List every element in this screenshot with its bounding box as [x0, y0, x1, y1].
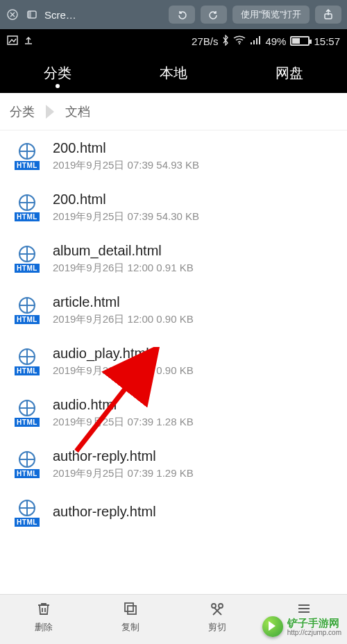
svg-rect-9	[259, 36, 260, 44]
watermark-text: 铲子手游网	[287, 617, 339, 629]
site-watermark: 铲子手游网 http://czjump.com	[262, 616, 341, 637]
battery-percent: 49%	[265, 35, 286, 47]
file-name: audio.html	[53, 397, 333, 413]
battery-icon	[290, 36, 310, 46]
html-file-icon: HTML	[14, 451, 40, 478]
svg-point-5	[239, 43, 240, 44]
bottom-label: 复制	[121, 621, 139, 634]
delete-icon	[34, 599, 53, 618]
share-button[interactable]	[315, 6, 341, 24]
screenshot-icon	[7, 35, 18, 48]
file-meta: 2019年9月25日07:3954.30 KB	[53, 210, 333, 223]
cut-button[interactable]: 剪切	[174, 599, 260, 644]
html-file-icon: HTML	[14, 400, 40, 427]
file-meta: 2019年9月26日12:000.90 KB	[53, 313, 333, 326]
file-name: 200.html	[53, 192, 333, 207]
svg-rect-7	[253, 40, 255, 44]
rotate-left-button[interactable]	[169, 6, 195, 24]
svg-rect-10	[125, 603, 133, 611]
html-file-icon: HTML	[14, 246, 40, 273]
file-name: audio_play.html	[53, 346, 333, 362]
file-meta: 2019年9月26日12:000.90 KB	[53, 364, 333, 378]
file-meta: 2019年9月26日12:000.91 KB	[53, 262, 333, 275]
tab-0[interactable]: 分类	[0, 54, 116, 92]
menu-icon	[294, 599, 314, 618]
breadcrumb: 分类文档	[0, 93, 347, 130]
close-icon[interactable]	[6, 8, 19, 22]
svg-rect-8	[256, 38, 257, 44]
file-row[interactable]: HTMLaudio.html2019年9月25日07:391.28 KB	[0, 387, 347, 439]
file-row[interactable]: HTML200.html2019年9月25日07:3954.93 KB	[0, 130, 347, 182]
rotate-right-button[interactable]	[201, 6, 227, 24]
preview-top-bar: Scre… 使用"预览"打开	[0, 0, 347, 29]
bluetooth-icon	[222, 35, 229, 48]
html-file-icon: HTML	[14, 143, 40, 170]
open-panel-icon[interactable]	[25, 8, 39, 22]
bottom-label: 剪切	[208, 621, 226, 634]
file-name: author-reply.html	[53, 504, 333, 520]
html-file-icon: HTML	[14, 297, 40, 324]
cut-icon	[208, 599, 227, 618]
breadcrumb-item[interactable]: 文档	[65, 103, 90, 120]
preview-title: Scre…	[44, 9, 76, 21]
wifi-icon	[233, 35, 246, 47]
html-file-icon: HTML	[14, 348, 40, 375]
file-row[interactable]: HTMLalbum_detail.html2019年9月26日12:000.91…	[0, 233, 347, 285]
file-meta: 2019年9月25日07:391.28 KB	[53, 416, 333, 429]
html-file-icon: HTML	[14, 194, 40, 221]
clock: 15:57	[314, 35, 340, 47]
watermark-url: http://czjump.com	[287, 629, 341, 636]
watermark-logo-icon	[262, 616, 283, 637]
file-row[interactable]: HTMLarticle.html2019年9月26日12:000.90 KB	[0, 285, 347, 336]
net-speed: 27B/s	[192, 35, 218, 47]
svg-rect-6	[251, 42, 252, 44]
breadcrumb-item[interactable]: 分类	[10, 103, 35, 120]
file-meta: 2019年9月25日07:391.29 KB	[53, 467, 333, 480]
bottom-label: 删除	[35, 621, 53, 634]
delete-button[interactable]: 删除	[0, 599, 87, 644]
file-row[interactable]: HTMLauthor-reply.html2019年9月25日07:391.29…	[0, 439, 347, 490]
copy-button[interactable]: 复制	[87, 599, 174, 644]
upload-icon	[24, 35, 33, 47]
file-list[interactable]: HTML200.html2019年9月25日07:3954.93 KBHTML2…	[0, 130, 347, 594]
svg-point-12	[212, 604, 216, 608]
chevron-right-icon	[46, 105, 54, 119]
file-row[interactable]: HTMLaudio_play.html2019年9月26日12:000.90 K…	[0, 336, 347, 387]
html-file-icon: HTML	[14, 500, 40, 527]
top-tab-bar: 分类本地网盘	[0, 53, 347, 93]
file-row[interactable]: HTMLauthor-reply.html	[0, 490, 347, 536]
file-row[interactable]: HTML200.html2019年9月25日07:3954.30 KB	[0, 182, 347, 233]
file-name: album_detail.html	[53, 243, 333, 259]
svg-point-13	[219, 604, 223, 608]
copy-icon	[121, 599, 140, 618]
file-name: author-reply.html	[53, 448, 333, 464]
tab-2[interactable]: 网盘	[231, 54, 347, 92]
file-name: article.html	[53, 294, 333, 310]
svg-rect-11	[128, 606, 136, 614]
open-with-preview-button[interactable]: 使用"预览"打开	[232, 6, 310, 24]
file-name: 200.html	[53, 140, 333, 156]
svg-rect-2	[28, 11, 31, 18]
signal-icon	[250, 35, 261, 47]
android-status-bar: 27B/s 49% 15:57	[0, 29, 347, 53]
file-meta: 2019年9月25日07:3954.93 KB	[53, 159, 333, 172]
tab-1[interactable]: 本地	[116, 54, 232, 92]
